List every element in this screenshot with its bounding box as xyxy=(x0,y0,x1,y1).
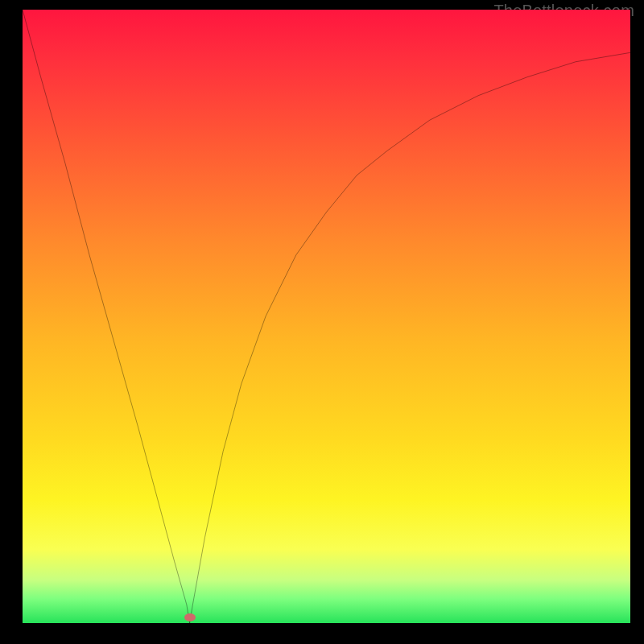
plot-area xyxy=(23,10,630,623)
chart-frame: TheBottleneck.com xyxy=(0,0,644,644)
minimum-marker xyxy=(184,613,196,621)
curve-svg xyxy=(23,10,630,623)
bottleneck-curve xyxy=(23,10,630,623)
